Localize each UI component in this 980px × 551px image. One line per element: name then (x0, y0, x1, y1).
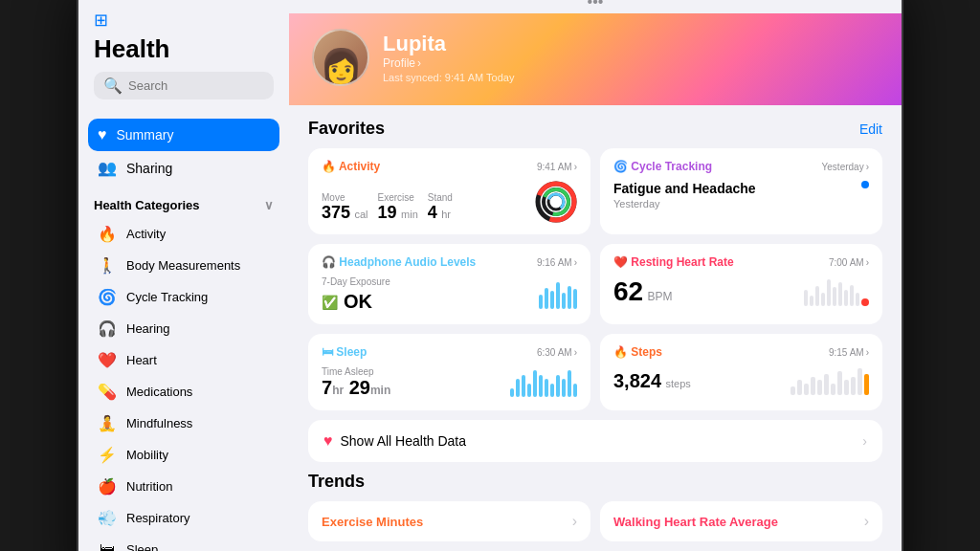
move-value: 375 (322, 203, 350, 222)
sleep-chevron-icon: › (574, 347, 577, 358)
sleep-value: 7hr 29min (322, 377, 390, 398)
exercise-unit: min (401, 209, 418, 220)
cycle-card[interactable]: 🌀 Cycle Tracking Yesterday › Fatigue and… (600, 148, 882, 234)
activity-card-header: 🔥 Activity 9:41 AM › (322, 160, 577, 173)
cat-label-heart: Heart (126, 353, 157, 367)
trend-label-exercise: Exercise Minutes (322, 515, 423, 529)
stand-metric: Stand 4 hr (428, 192, 453, 223)
profile-chevron-icon: › (417, 56, 421, 70)
trend-chevron-exercise: › (572, 513, 577, 530)
trend-card-walking-hr[interactable]: Walking Heart Rate Average › (600, 501, 882, 541)
cat-item-cycle[interactable]: 🌀 Cycle Tracking (88, 281, 279, 313)
search-box[interactable]: 🔍 🎙 (94, 72, 274, 99)
heart-icon: ❤️ (98, 351, 117, 369)
heart-rate-card[interactable]: ❤️ Resting Heart Rate 7:00 AM › 62 BPM (600, 244, 882, 324)
cat-label-activity: Activity (126, 227, 166, 241)
cat-item-respiratory[interactable]: 💨 Respiratory (88, 502, 279, 534)
respiratory-icon: 💨 (98, 509, 117, 527)
steps-unit: steps (666, 378, 691, 389)
cycle-dot (861, 181, 869, 188)
profile-sync: Last synced: 9:41 AM Today (383, 72, 514, 83)
show-all-row[interactable]: ♥ Show All Health Data › (308, 420, 882, 462)
avatar[interactable]: 👩 (312, 29, 369, 86)
sidebar-icon: ⊞ (94, 11, 108, 30)
tablet-frame: 9:41 AM Mon Jun 5 📶 100% 🔋 ⊞ Health 🔍 🎙 (78, 0, 902, 551)
sleep-chart (510, 368, 577, 397)
cycle-event: Fatigue and Headache (613, 181, 756, 196)
cycle-card-header: 🌀 Cycle Tracking Yesterday › (613, 160, 869, 173)
cycle-card-time: Yesterday › (822, 162, 869, 172)
cat-item-hearing[interactable]: 🎧 Hearing (88, 313, 279, 344)
cat-item-nutrition[interactable]: 🍎 Nutrition (88, 471, 279, 502)
cat-item-heart[interactable]: ❤️ Heart (88, 344, 279, 376)
steps-card-header: 🔥 Steps 9:15 AM › (613, 345, 869, 359)
cycle-icon: 🌀 (98, 288, 117, 306)
search-input[interactable] (128, 78, 289, 93)
sleep-body: Time Asleep 7hr 29min (322, 366, 577, 399)
headphone-card-header: 🎧 Headphone Audio Levels 9:16 AM › (322, 255, 577, 269)
edit-button[interactable]: Edit (859, 121, 882, 137)
favorites-header: Favorites Edit (308, 119, 882, 139)
trend-chevron-walking-hr: › (864, 513, 869, 530)
show-all-chevron-icon: › (862, 433, 867, 449)
heart-chart (804, 277, 869, 306)
steps-chevron-icon: › (866, 347, 869, 358)
stand-value: 4 (428, 203, 437, 222)
cat-item-medications[interactable]: 💊 Medications (88, 376, 279, 408)
steps-info: 3,824 steps (613, 370, 691, 392)
activity-icon: 🔥 (98, 225, 117, 243)
trend-card-exercise[interactable]: Exercise Minutes › (308, 501, 590, 541)
cycle-info: Fatigue and Headache Yesterday (613, 181, 756, 209)
move-unit: cal (355, 209, 368, 220)
cat-item-body[interactable]: 🚶 Body Measurements (88, 250, 279, 281)
activity-chevron-icon: › (574, 162, 577, 172)
steps-card[interactable]: 🔥 Steps 9:15 AM › 3,824 steps (600, 334, 882, 410)
headphone-body: 7-Day Exposure ✅ OK (322, 276, 577, 313)
headphone-card-time: 9:16 AM › (537, 257, 577, 268)
body-icon: 🚶 (98, 256, 117, 275)
summary-icon: ♥ (98, 126, 107, 143)
activity-card-title: 🔥 Activity (322, 160, 380, 173)
move-metric: Move 375 cal (322, 192, 368, 223)
trend-label-walking-hr: Walking Heart Rate Average (613, 515, 778, 529)
sidebar-item-sharing[interactable]: 👥 Sharing (88, 151, 279, 185)
steps-body: 3,824 steps (613, 366, 869, 395)
cat-item-activity[interactable]: 🔥 Activity (88, 218, 279, 250)
sleep-card-title: 🛏 Sleep (322, 345, 367, 359)
profile-name: Lupita (383, 32, 514, 56)
cat-item-sleep[interactable]: 🛏 Sleep (88, 534, 279, 551)
mindfulness-icon: 🧘 (98, 414, 117, 432)
exercise-value: 19 (378, 203, 397, 222)
sleep-info: Time Asleep 7hr 29min (322, 366, 390, 399)
sleep-card[interactable]: 🛏 Sleep 6:30 AM › Time Asleep 7hr 29min (308, 334, 590, 410)
search-icon: 🔍 (103, 77, 122, 95)
activity-card[interactable]: 🔥 Activity 9:41 AM › Move 375 cal (308, 148, 590, 234)
sidebar-indicator: ⊞ (78, 2, 289, 34)
cat-item-mobility[interactable]: ⚡ Mobility (88, 439, 279, 471)
main-panel: ••• 👩 Lupita Profile › Last synced: 9:41… (289, 0, 902, 551)
headphone-card[interactable]: 🎧 Headphone Audio Levels 9:16 AM › 7-Day… (308, 244, 590, 324)
cat-item-mindfulness[interactable]: 🧘 Mindfulness (88, 408, 279, 439)
heart-rate-body: 62 BPM (613, 276, 869, 307)
trends-row: Exercise Minutes › Walking Heart Rate Av… (308, 501, 882, 541)
bpm-value: 62 (613, 276, 643, 306)
sleep-icon: 🛏 (98, 540, 117, 551)
mobility-icon: ⚡ (98, 446, 117, 464)
sidebar-nav: ♥ Summary 👥 Sharing (78, 119, 289, 185)
main-content: ⊞ Health 🔍 🎙 ♥ Summary 👥 Sharing (78, 0, 902, 551)
favorites-section: Favorites Edit 🔥 Activity 9:41 AM › (289, 105, 902, 551)
cat-label-respiratory: Respiratory (126, 511, 189, 525)
sidebar-item-summary[interactable]: ♥ Summary (88, 119, 279, 151)
sidebar: ⊞ Health 🔍 🎙 ♥ Summary 👥 Sharing (78, 0, 289, 551)
cat-label-mindfulness: Mindfulness (126, 416, 192, 430)
app-title: Health (94, 34, 274, 64)
profile-header: 👩 Lupita Profile › Last synced: 9:41 AM … (289, 13, 902, 105)
profile-link[interactable]: Profile › (383, 56, 514, 70)
stand-label: Stand (428, 192, 453, 203)
categories-list: 🔥 Activity 🚶 Body Measurements 🌀 Cycle T… (78, 218, 289, 551)
medications-icon: 💊 (98, 383, 117, 401)
categories-title: Health Categories (94, 198, 200, 212)
trends-title: Trends (308, 472, 365, 492)
sidebar-top: Health 🔍 🎙 (78, 34, 289, 119)
avatar-image: 👩 (320, 50, 363, 84)
